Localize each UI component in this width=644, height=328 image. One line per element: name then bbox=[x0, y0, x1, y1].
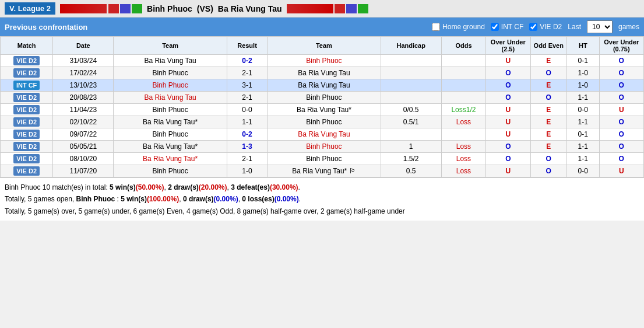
cell-ou25: O bbox=[486, 79, 530, 92]
th-team2: Team bbox=[268, 37, 381, 55]
th-match: Match bbox=[1, 37, 53, 55]
table-row: VIE D2 17/02/24 Binh Phuoc 2-1 Ba Ria Vu… bbox=[1, 67, 644, 79]
cell-ou075: O bbox=[599, 79, 643, 92]
filter-label: Previous confrontation bbox=[5, 23, 87, 32]
cell-odds: Loss bbox=[441, 165, 485, 177]
th-odds: Odds bbox=[441, 37, 485, 55]
cell-team2: Ba Ria Vung Tau* 🏳 bbox=[268, 165, 381, 177]
vie-d2-label: VIE D2 bbox=[540, 23, 562, 31]
cell-ht: 1-1 bbox=[567, 116, 600, 128]
cell-date: 17/02/24 bbox=[53, 67, 114, 79]
cell-result: 3-1 bbox=[227, 79, 267, 92]
cell-team2: Ba Ria Vung Tau bbox=[268, 79, 381, 92]
th-date: Date bbox=[53, 37, 114, 55]
home-ground-label: Home ground bbox=[442, 23, 485, 31]
cell-odds: Loss bbox=[441, 153, 485, 165]
cell-handicap: 0.5 bbox=[381, 165, 441, 177]
cell-oddeven: E bbox=[530, 116, 566, 128]
cell-ou075: O bbox=[599, 55, 643, 67]
vs-text: (VS) bbox=[197, 4, 213, 13]
cell-ou25: U bbox=[486, 116, 530, 128]
cell-handicap bbox=[381, 79, 441, 92]
th-team1: Team bbox=[114, 37, 227, 55]
filter-row: Previous confrontation Home ground INT C… bbox=[0, 18, 644, 36]
team2-name: Ba Ria Vung Tau bbox=[218, 4, 282, 13]
int-cf-filter[interactable]: INT CF bbox=[491, 23, 523, 31]
cell-result: 2-1 bbox=[227, 67, 267, 79]
cell-date: 20/08/23 bbox=[53, 92, 114, 104]
cell-ou075: O bbox=[599, 128, 643, 141]
cell-ht: 1-1 bbox=[567, 141, 600, 153]
home-ground-checkbox[interactable] bbox=[432, 23, 440, 31]
cell-odds bbox=[441, 67, 485, 79]
cell-date: 31/03/24 bbox=[53, 55, 114, 67]
cell-ou075: O bbox=[599, 92, 643, 104]
cell-ht: 0-0 bbox=[567, 104, 600, 116]
cell-handicap: 1 bbox=[381, 141, 441, 153]
cell-result: 0-0 bbox=[227, 104, 267, 116]
cell-ht: 0-0 bbox=[567, 165, 600, 177]
home-ground-filter[interactable]: Home ground bbox=[432, 23, 485, 31]
cell-team1: Ba Ria Vung Tau* bbox=[114, 141, 227, 153]
cell-odds: Loss1/2 bbox=[441, 104, 485, 116]
cell-odds bbox=[441, 128, 485, 141]
cell-match: VIE D2 bbox=[1, 92, 53, 104]
cell-team1: Binh Phuoc bbox=[114, 79, 227, 92]
cell-odds bbox=[441, 79, 485, 92]
games-label: games bbox=[618, 23, 639, 31]
th-oddeven: Odd Even bbox=[530, 37, 566, 55]
table-row: VIE D2 20/08/23 Ba Ria Vung Tau 2-1 Binh… bbox=[1, 92, 644, 104]
cell-match: VIE D2 bbox=[1, 141, 53, 153]
cell-date: 11/07/20 bbox=[53, 165, 114, 177]
cell-team2: Ba Ria Vung Tau bbox=[268, 128, 381, 141]
cell-team1: Ba Ria Vung Tau bbox=[114, 55, 227, 67]
vie-d2-filter[interactable]: VIE D2 bbox=[529, 23, 562, 31]
cell-oddeven: O bbox=[530, 92, 566, 104]
table-row: VIE D2 05/05/21 Ba Ria Vung Tau* 1-3 Bin… bbox=[1, 141, 644, 153]
cell-date: 11/04/23 bbox=[53, 104, 114, 116]
cell-match: VIE D2 bbox=[1, 104, 53, 116]
cell-ou075: U bbox=[599, 165, 643, 177]
cell-team1: Binh Phuoc bbox=[114, 104, 227, 116]
cell-result: 1-1 bbox=[227, 116, 267, 128]
cell-ou25: U bbox=[486, 128, 530, 141]
cell-ou075: O bbox=[599, 116, 643, 128]
cell-match: VIE D2 bbox=[1, 165, 53, 177]
th-result: Result bbox=[227, 37, 267, 55]
league-badge: V. League 2 bbox=[5, 2, 55, 15]
cell-handicap bbox=[381, 92, 441, 104]
cell-team2: Binh Phuoc bbox=[268, 92, 381, 104]
cell-ou25: O bbox=[486, 67, 530, 79]
table-row: VIE D2 31/03/24 Ba Ria Vung Tau 0-2 Binh… bbox=[1, 55, 644, 67]
th-handicap: Handicap bbox=[381, 37, 441, 55]
last-label: Last bbox=[568, 23, 581, 31]
cell-oddeven: E bbox=[530, 141, 566, 153]
cell-odds: Loss bbox=[441, 141, 485, 153]
int-cf-checkbox[interactable] bbox=[491, 23, 499, 31]
cell-ht: 1-0 bbox=[567, 79, 600, 92]
cell-handicap: 0.5/1 bbox=[381, 116, 441, 128]
cell-handicap bbox=[381, 55, 441, 67]
summary-line3: Totally, 5 game(s) over, 5 game(s) under… bbox=[5, 205, 639, 217]
cell-date: 13/10/23 bbox=[53, 79, 114, 92]
cell-ou25: U bbox=[486, 165, 530, 177]
cell-odds bbox=[441, 92, 485, 104]
cell-team1: Binh Phuoc bbox=[114, 67, 227, 79]
team1-name: Binh Phuoc bbox=[147, 4, 192, 13]
games-select[interactable]: 10 20 30 bbox=[587, 20, 613, 33]
cell-ht: 1-0 bbox=[567, 67, 600, 79]
matches-table: Match Date Team Result Team Handicap Odd… bbox=[0, 36, 644, 177]
cell-oddeven: E bbox=[530, 128, 566, 141]
cell-oddeven: E bbox=[530, 104, 566, 116]
cell-oddeven: E bbox=[530, 55, 566, 67]
cell-handicap: 0/0.5 bbox=[381, 104, 441, 116]
cell-ou25: U bbox=[486, 55, 530, 67]
cell-team2: Binh Phuoc bbox=[268, 116, 381, 128]
cell-ht: 1-1 bbox=[567, 153, 600, 165]
cell-team2: Ba Ria Vung Tau bbox=[268, 67, 381, 79]
cell-result: 1-3 bbox=[227, 141, 267, 153]
cell-ou075: U bbox=[599, 104, 643, 116]
cell-team1: Ba Ria Vung Tau* bbox=[114, 116, 227, 128]
vie-d2-checkbox[interactable] bbox=[529, 23, 537, 31]
summary-section: Binh Phuoc 10 match(es) in total: 5 win(… bbox=[0, 177, 644, 221]
